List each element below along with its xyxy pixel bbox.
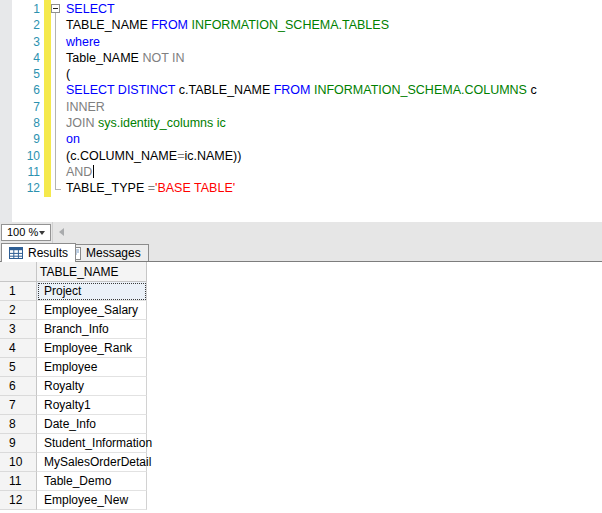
row-number-cell[interactable]: 7 bbox=[0, 396, 37, 415]
dropdown-arrow-icon bbox=[39, 231, 45, 235]
table-row: 1Project bbox=[0, 282, 602, 301]
code-token: INNER bbox=[66, 100, 105, 114]
code-line[interactable]: (c.COLUMN_NAME=ic.NAME)) bbox=[66, 148, 537, 164]
cell-table-name[interactable]: MySalesOrderDetail bbox=[37, 453, 147, 472]
row-number-cell[interactable]: 10 bbox=[0, 453, 37, 472]
row-number-cell[interactable]: 2 bbox=[0, 301, 37, 320]
code-token: ( bbox=[66, 67, 70, 81]
code-token: NOT IN bbox=[142, 51, 184, 65]
cell-table-name[interactable]: Table_Demo bbox=[37, 472, 147, 491]
table-row: 9Student_Information bbox=[0, 434, 602, 453]
results-grid[interactable]: TABLE_NAME 1Project2Employee_Salary3Bran… bbox=[0, 262, 602, 513]
cell-table-name[interactable]: Employee_Salary bbox=[37, 301, 147, 320]
code-token: TABLE_NAME bbox=[66, 18, 151, 32]
code-token: ic.NAME)) bbox=[184, 149, 241, 163]
code-line[interactable]: where bbox=[66, 34, 537, 50]
row-number-cell[interactable]: 3 bbox=[0, 320, 37, 339]
collapse-toggle-icon[interactable] bbox=[51, 4, 60, 13]
row-number-cell[interactable]: 9 bbox=[0, 434, 37, 453]
code-line[interactable]: JOIN sys.identity_columns ic bbox=[66, 115, 537, 131]
code-token: JOIN bbox=[66, 116, 98, 130]
cell-table-name[interactable]: Employee_New bbox=[37, 491, 147, 510]
code-line[interactable]: SELECT bbox=[66, 1, 537, 17]
grid-corner-cell[interactable] bbox=[0, 262, 37, 282]
line-number: 12 bbox=[12, 180, 40, 196]
table-row: 4Employee_Rank bbox=[0, 339, 602, 358]
line-number: 1 bbox=[12, 1, 40, 17]
code-line[interactable]: TABLE_NAME FROM INFORMATION_SCHEMA.TABLE… bbox=[66, 17, 537, 33]
editor-bottom-bar: 100 % bbox=[0, 222, 602, 243]
code-token: c bbox=[530, 83, 536, 97]
code-line[interactable]: on bbox=[66, 131, 537, 147]
code-token: SELECT DISTINCT bbox=[66, 83, 179, 97]
code-token: 'BASE TABLE' bbox=[155, 181, 235, 195]
line-number-column[interactable]: 123456789101112 bbox=[12, 1, 40, 197]
results-tabstrip: Results Messages bbox=[0, 243, 602, 262]
cell-table-name[interactable]: Royalty bbox=[37, 377, 147, 396]
code-token: (c.COLUMN_NAME bbox=[66, 149, 177, 163]
line-number: 3 bbox=[12, 34, 40, 50]
tab-results[interactable]: Results bbox=[1, 243, 76, 262]
code-line[interactable]: INNER bbox=[66, 99, 537, 115]
outline-guide-foot bbox=[55, 189, 61, 190]
cell-table-name[interactable]: Royalty1 bbox=[37, 396, 147, 415]
table-row: 7Royalty1 bbox=[0, 396, 602, 415]
line-number: 9 bbox=[12, 131, 40, 147]
row-number-cell[interactable]: 1 bbox=[0, 282, 37, 301]
results-grid-icon bbox=[9, 247, 23, 259]
code-token: Table_NAME bbox=[66, 51, 142, 65]
line-number: 10 bbox=[12, 148, 40, 164]
grid-header-row: TABLE_NAME bbox=[0, 262, 602, 282]
code-area[interactable]: SELECTTABLE_NAME FROM INFORMATION_SCHEMA… bbox=[66, 1, 537, 197]
code-token: INFORMATION_SCHEMA.COLUMNS bbox=[314, 83, 530, 97]
line-number: 7 bbox=[12, 99, 40, 115]
table-row: 12Employee_New bbox=[0, 491, 602, 510]
table-row: 6Royalty bbox=[0, 377, 602, 396]
sql-editor[interactable]: 123456789101112 SELECTTABLE_NAME FROM IN… bbox=[0, 0, 602, 222]
table-row: 11Table_Demo bbox=[0, 472, 602, 491]
code-token: where bbox=[66, 35, 100, 49]
zoom-value: 100 % bbox=[7, 226, 38, 238]
row-number-cell[interactable]: 11 bbox=[0, 472, 37, 491]
scroll-left-arrow-icon[interactable] bbox=[59, 228, 64, 236]
text-cursor bbox=[93, 165, 94, 178]
code-line[interactable]: Table_NAME NOT IN bbox=[66, 50, 537, 66]
code-line[interactable]: AND bbox=[66, 164, 537, 180]
code-token: INFORMATION_SCHEMA.TABLES bbox=[192, 18, 389, 32]
editor-zoom-select[interactable]: 100 % bbox=[1, 224, 51, 241]
line-number: 8 bbox=[12, 115, 40, 131]
line-number: 5 bbox=[12, 66, 40, 82]
line-number: 2 bbox=[12, 17, 40, 33]
table-row: 8Date_Info bbox=[0, 415, 602, 434]
cell-table-name[interactable]: Employee_Rank bbox=[37, 339, 147, 358]
code-token: FROM bbox=[151, 18, 188, 32]
table-row: 10MySalesOrderDetail bbox=[0, 453, 602, 472]
line-number: 4 bbox=[12, 50, 40, 66]
code-line[interactable]: TABLE_TYPE ='BASE TABLE' bbox=[66, 180, 537, 196]
row-number-cell[interactable]: 4 bbox=[0, 339, 37, 358]
code-token: = bbox=[148, 181, 155, 195]
code-line[interactable]: ( bbox=[66, 66, 537, 82]
row-number-cell[interactable]: 12 bbox=[0, 491, 37, 510]
code-token: on bbox=[66, 132, 80, 146]
cell-table-name[interactable]: Date_Info bbox=[37, 415, 147, 434]
code-line[interactable]: SELECT DISTINCT c.TABLE_NAME FROM INFORM… bbox=[66, 82, 537, 98]
row-number-cell[interactable]: 6 bbox=[0, 377, 37, 396]
cell-table-name[interactable]: Employee bbox=[37, 358, 147, 377]
table-row: 3Branch_Info bbox=[0, 320, 602, 339]
cell-table-name[interactable]: Student_Information bbox=[37, 434, 147, 453]
cell-table-name[interactable]: Branch_Info bbox=[37, 320, 147, 339]
editor-indicator-margin bbox=[0, 0, 12, 222]
code-token: c.TABLE_NAME bbox=[179, 83, 274, 97]
selected-cell-table-name[interactable]: Project bbox=[37, 282, 147, 301]
horizontal-scrollbar[interactable] bbox=[52, 222, 602, 243]
grid-body: 1Project2Employee_Salary3Branch_Info4Emp… bbox=[0, 282, 602, 510]
code-token: FROM bbox=[274, 83, 314, 97]
table-row: 5Employee bbox=[0, 358, 602, 377]
track-changes-bar bbox=[44, 0, 51, 197]
row-number-cell[interactable]: 5 bbox=[0, 358, 37, 377]
row-number-cell[interactable]: 8 bbox=[0, 415, 37, 434]
code-token: sys.identity_columns ic bbox=[98, 116, 226, 130]
column-header-table-name[interactable]: TABLE_NAME bbox=[37, 262, 147, 282]
tab-messages-label: Messages bbox=[86, 246, 141, 260]
